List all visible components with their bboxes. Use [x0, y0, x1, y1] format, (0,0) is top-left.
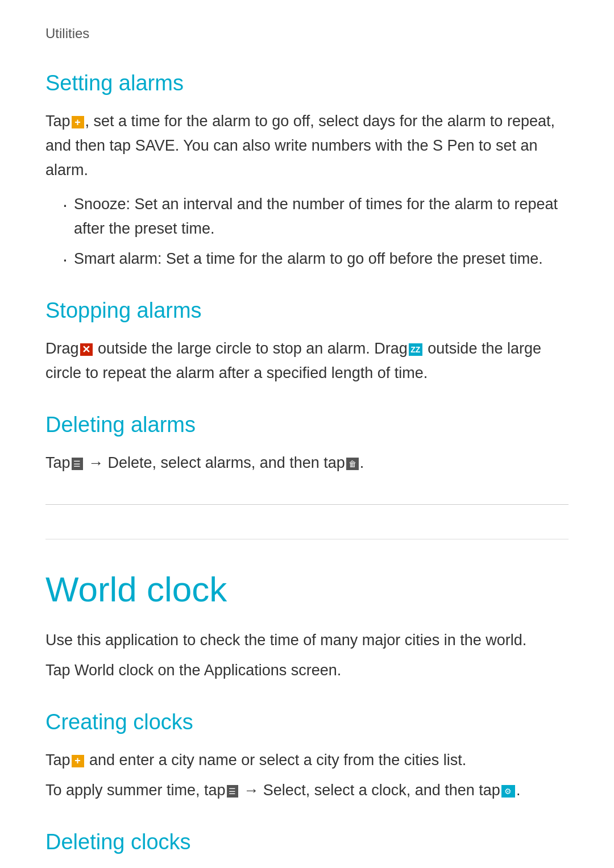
tap-summer-label: To apply summer time, tap [45, 782, 226, 799]
page-header: Utilities [45, 23, 569, 44]
zz-icon: ZZ [409, 343, 422, 356]
stopping-alarms-body: Drag✕ outside the large circle to stop a… [45, 337, 569, 385]
creating-clocks-title: Creating clocks [45, 705, 569, 739]
deleting-alarms-title: Deleting alarms [45, 408, 569, 442]
setting-alarms-body: Tap+, set a time for the alarm to go off… [45, 109, 569, 183]
stopping-body1: outside the large circle to stop an alar… [94, 340, 391, 357]
plus-icon-cc: + [72, 755, 84, 767]
creating-clocks-body1: Tap+ and enter a city name or select a c… [45, 748, 569, 773]
menu-icon-del: ☰ [72, 458, 83, 470]
plus-icon: + [72, 116, 84, 128]
world-clock-body2: Tap World clock on the Applications scre… [45, 658, 569, 683]
creating-clocks-body1-text: and enter a city name or select a city f… [85, 751, 467, 769]
creating-clocks-body2: To apply summer time, tap☰ → Select, sel… [45, 778, 569, 803]
tap-label-del: Tap [45, 454, 70, 471]
setting-alarms-title: Setting alarms [45, 67, 569, 100]
world-clock-body1: Use this application to check the time o… [45, 628, 569, 653]
drag-label: Drag [45, 340, 79, 357]
creating-clocks-suffix: . [516, 782, 521, 799]
world-clock-divider [45, 504, 569, 505]
menu-icon-cc: ☰ [227, 785, 238, 798]
deleting-clocks-title: Deleting clocks [45, 825, 569, 859]
x-icon: ✕ [80, 343, 93, 356]
tap-label: Tap [45, 113, 70, 130]
creating-clocks-middle: → Select, select a clock, and then tap [239, 782, 500, 799]
gear-icon-cc: ⚙ [501, 785, 515, 798]
stopping-alarms-title: Stopping alarms [45, 294, 569, 327]
setting-alarms-body-text: , set a time for the alarm to go off, se… [45, 113, 555, 178]
tap-label-cc: Tap [45, 751, 70, 769]
deleting-alarms-body: Tap☰ → Delete, select alarms, and then t… [45, 451, 569, 475]
world-clock-title: World clock [45, 539, 569, 617]
bullet-snooze: Snooze: Set an interval and the number o… [63, 192, 569, 241]
bullet-smart-alarm: Smart alarm: Set a time for the alarm to… [63, 247, 569, 271]
drag-suffix: ag [391, 340, 408, 357]
deleting-alarms-middle: → Delete, select alarms, and then tap [84, 454, 345, 471]
deleting-alarms-suffix: . [360, 454, 364, 471]
trash-icon-del: 🗑 [346, 458, 359, 470]
setting-alarms-bullets: Snooze: Set an interval and the number o… [45, 192, 569, 272]
